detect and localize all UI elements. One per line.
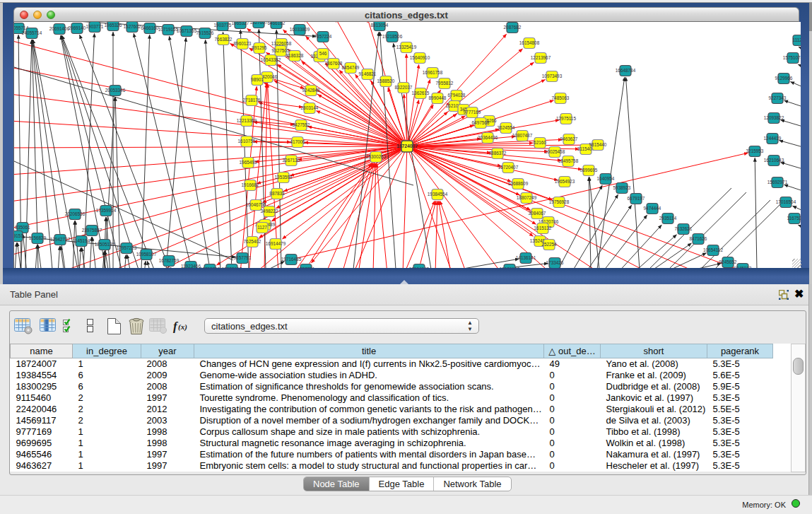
svg-text:9129966: 9129966 <box>775 76 793 81</box>
svg-text:1610755: 1610755 <box>238 139 256 144</box>
svg-text:5938923: 5938923 <box>613 185 631 190</box>
svg-text:1903771: 1903771 <box>86 24 104 29</box>
svg-text:3498222: 3498222 <box>261 209 278 214</box>
svg-text:17016504: 17016504 <box>776 199 796 204</box>
svg-text:8322037: 8322037 <box>395 85 413 90</box>
svg-text:1065326: 1065326 <box>105 23 122 28</box>
svg-text:62160: 62160 <box>534 140 546 145</box>
svg-text:20053346: 20053346 <box>105 88 126 93</box>
svg-text:1527607: 1527607 <box>250 22 268 25</box>
svg-text:17164645: 17164645 <box>409 267 430 268</box>
svg-text:19384554: 19384554 <box>428 192 448 197</box>
svg-text:1965493: 1965493 <box>240 160 257 165</box>
svg-text:6497568: 6497568 <box>472 120 490 125</box>
svg-text:15640910: 15640910 <box>410 55 430 60</box>
svg-text:11121: 11121 <box>793 37 801 42</box>
svg-text:15751074: 15751074 <box>783 55 801 60</box>
svg-text:20206536: 20206536 <box>65 211 86 216</box>
svg-text:9242848: 9242848 <box>302 88 320 93</box>
svg-text:10688609: 10688609 <box>508 181 529 186</box>
svg-text:15720407: 15720407 <box>498 165 519 170</box>
svg-text:1353594: 1353594 <box>275 175 293 180</box>
svg-text:7886372: 7886372 <box>489 151 507 156</box>
svg-text:7663822: 7663822 <box>215 37 233 42</box>
svg-text:18807249: 18807249 <box>517 195 537 200</box>
svg-text:20364436: 20364436 <box>478 135 498 140</box>
svg-text:9327505: 9327505 <box>272 48 290 53</box>
svg-text:16961758: 16961758 <box>423 70 443 75</box>
svg-text:8471626: 8471626 <box>690 236 707 241</box>
svg-text:8990448: 8990448 <box>429 95 447 100</box>
svg-text:16782759: 16782759 <box>159 258 180 263</box>
svg-text:10792759: 10792759 <box>200 267 220 268</box>
svg-text:2718176: 2718176 <box>243 98 261 103</box>
svg-text:1156829: 1156829 <box>29 235 47 240</box>
svg-text:1244419: 1244419 <box>764 136 782 141</box>
svg-text:12975115: 12975115 <box>556 116 576 121</box>
svg-text:7632621: 7632621 <box>675 226 693 231</box>
svg-text:1145194: 1145194 <box>73 238 90 243</box>
svg-text:17359914: 17359914 <box>96 208 117 213</box>
svg-text:10025458: 10025458 <box>545 149 565 154</box>
svg-text:116753: 116753 <box>787 216 801 221</box>
svg-text:9146821: 9146821 <box>359 71 377 76</box>
svg-text:1527602: 1527602 <box>124 24 141 29</box>
svg-text:1857791: 1857791 <box>298 267 315 268</box>
svg-text:6794028: 6794028 <box>448 93 466 98</box>
svg-text:13325419: 13325419 <box>396 45 417 49</box>
svg-text:10973493: 10973493 <box>542 74 563 78</box>
svg-text:16210643: 16210643 <box>764 158 784 163</box>
svg-text:15692971: 15692971 <box>767 180 788 185</box>
svg-text:1903775: 1903775 <box>214 23 232 28</box>
svg-text:98901: 98901 <box>251 77 264 82</box>
svg-text:1127: 1127 <box>257 225 267 230</box>
svg-text:10958107: 10958107 <box>136 252 157 257</box>
svg-text:2867608: 2867608 <box>325 61 343 66</box>
svg-text:1733426: 1733426 <box>546 260 564 265</box>
svg-text:8454749: 8454749 <box>342 65 360 70</box>
svg-text:835061: 835061 <box>15 225 30 230</box>
svg-text:9463627: 9463627 <box>560 136 578 141</box>
svg-text:1916682: 1916682 <box>242 182 259 187</box>
svg-text:6466160: 6466160 <box>141 25 159 30</box>
svg-text:6466162: 6466162 <box>268 22 286 25</box>
svg-text:39151: 39151 <box>14 233 23 238</box>
svg-text:2803144: 2803144 <box>301 105 319 110</box>
svg-text:546: 546 <box>319 51 327 56</box>
svg-text:8960123: 8960123 <box>234 41 252 46</box>
svg-text:3624554: 3624554 <box>498 125 515 130</box>
svg-text:9657791: 9657791 <box>234 255 252 260</box>
svg-text:18724007: 18724007 <box>396 144 418 148</box>
svg-text:18495758: 18495758 <box>558 158 579 163</box>
svg-text:10719155: 10719155 <box>158 27 179 32</box>
svg-text:7857224: 7857224 <box>314 34 332 39</box>
svg-text:12213967: 12213967 <box>531 55 551 60</box>
svg-text:12093822: 12093822 <box>764 115 784 120</box>
svg-text:1065327: 1065327 <box>232 22 249 25</box>
svg-text:10807487: 10807487 <box>512 133 533 138</box>
svg-text:23975887: 23975887 <box>82 228 102 233</box>
svg-text:9474444: 9474444 <box>644 206 661 211</box>
svg-text:10046756: 10046756 <box>246 202 266 207</box>
svg-text:12213369: 12213369 <box>237 118 257 123</box>
svg-text:16154808: 16154808 <box>519 40 540 45</box>
svg-text:1615132: 1615132 <box>534 226 552 230</box>
svg-text:6679197: 6679197 <box>628 196 645 201</box>
svg-text:252254: 252254 <box>541 242 557 247</box>
svg-text:3084067: 3084067 <box>529 211 546 216</box>
svg-text:9815440: 9815440 <box>589 142 607 147</box>
svg-text:17957223: 17957223 <box>117 245 137 250</box>
svg-text:19716485: 19716485 <box>281 257 302 262</box>
svg-text:16543382: 16543382 <box>261 57 281 62</box>
svg-text:3215953: 3215953 <box>746 148 764 153</box>
svg-text:12923668: 12923668 <box>222 267 242 268</box>
svg-text:(x): (x) <box>178 322 187 332</box>
svg-text:2087682: 2087682 <box>504 25 522 30</box>
svg-text:11923466: 11923466 <box>181 264 201 268</box>
svg-text:2935114: 2935114 <box>659 216 677 221</box>
svg-text:12942737: 12942737 <box>50 237 71 242</box>
svg-text:10671355: 10671355 <box>177 28 197 33</box>
svg-text:9245012: 9245012 <box>734 266 752 268</box>
svg-text:20691406: 20691406 <box>49 26 70 31</box>
svg-text:7515526: 7515526 <box>196 30 214 35</box>
